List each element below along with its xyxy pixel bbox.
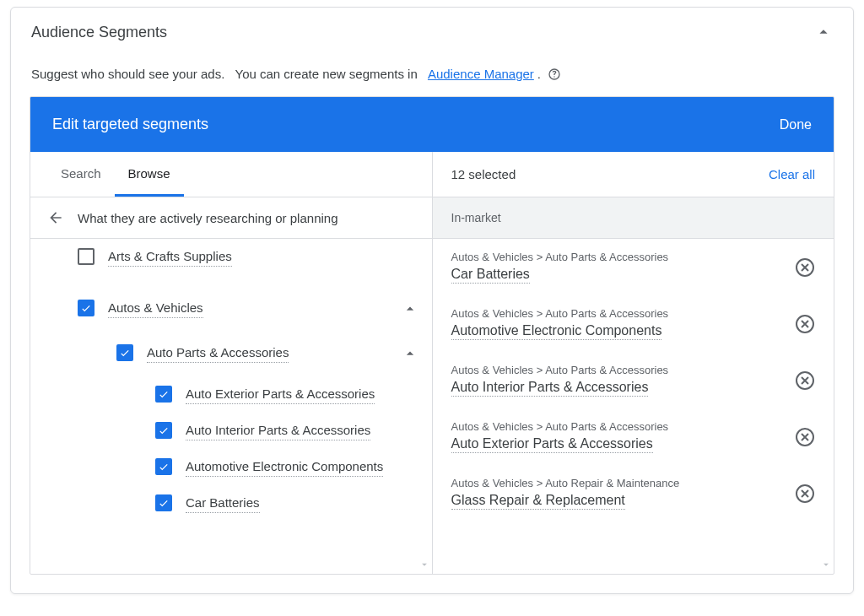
tree-scroll[interactable]: Arts & Crafts Supplies Autos & Vehicles … — [30, 239, 432, 574]
checkbox-auto-parts[interactable] — [116, 344, 133, 361]
help-icon[interactable] — [548, 68, 561, 81]
tab-search[interactable]: Search — [47, 153, 115, 197]
selected-count: 12 selected — [451, 167, 516, 181]
tree-item-auto-parts[interactable]: Auto Parts & Accessories — [30, 335, 432, 371]
selected-path: Autos & Vehicles > Auto Parts & Accessor… — [451, 251, 786, 263]
selected-name[interactable]: Auto Exterior Parts & Accessories — [451, 436, 653, 453]
clear-all-link[interactable]: Clear all — [769, 167, 815, 181]
selected-path: Autos & Vehicles > Auto Parts & Accessor… — [451, 420, 786, 433]
back-arrow-icon[interactable] — [47, 209, 64, 226]
remove-icon[interactable] — [795, 257, 815, 278]
checkbox-auto-exterior[interactable] — [155, 386, 172, 403]
tree-item-auto-interior[interactable]: Auto Interior Parts & Accessories — [30, 413, 432, 449]
tree-item-arts-crafts[interactable]: Arts & Crafts Supplies — [30, 239, 432, 275]
tree-label[interactable]: Arts & Crafts Supplies — [108, 247, 232, 267]
selected-item: Autos & Vehicles > Auto Parts & Accessor… — [433, 352, 834, 408]
chevron-up-icon[interactable] — [402, 345, 418, 362]
tabs: Search Browse — [30, 152, 432, 197]
panel-row: Search Browse What they are actively res… — [30, 152, 834, 574]
selected-name[interactable]: Automotive Electronic Components — [451, 323, 662, 340]
tree-item-auto-electronic[interactable]: Automotive Electronic Components — [30, 449, 432, 485]
chevron-down-icon — [418, 559, 430, 570]
checkbox-auto-electronic[interactable] — [155, 458, 172, 475]
tree-item-auto-exterior[interactable]: Auto Exterior Parts & Accessories — [30, 376, 432, 413]
remove-icon[interactable] — [795, 427, 815, 447]
checkbox-arts-crafts[interactable] — [78, 248, 94, 265]
description-lead: Suggest who should see your ads. — [31, 67, 224, 81]
editor-header: Edit targeted segments Done — [30, 97, 834, 152]
tree-item-autos-vehicles[interactable]: Autos & Vehicles — [30, 290, 432, 327]
selected-name[interactable]: Auto Interior Parts & Accessories — [451, 380, 649, 397]
tree-item-car-batteries[interactable]: Car Batteries — [30, 485, 432, 521]
description: Suggest who should see your ads. You can… — [11, 57, 853, 96]
selected-item: Autos & Vehicles > Auto Parts & Accessor… — [433, 239, 834, 295]
tree-label[interactable]: Auto Interior Parts & Accessories — [186, 421, 370, 440]
right-panel: 12 selected Clear all In-market Autos & … — [433, 152, 834, 574]
selected-item: Autos & Vehicles > Auto Parts & Accessor… — [433, 295, 834, 352]
remove-icon[interactable] — [795, 314, 815, 334]
tree-label[interactable]: Auto Exterior Parts & Accessories — [186, 385, 375, 404]
tree-label[interactable]: Autos & Vehicles — [108, 299, 203, 318]
card-header[interactable]: Audience Segments — [11, 8, 853, 57]
card-title: Audience Segments — [31, 24, 167, 41]
selected-name[interactable]: Glass Repair & Replacement — [451, 493, 625, 510]
tab-browse[interactable]: Browse — [115, 153, 184, 197]
selected-path: Autos & Vehicles > Auto Parts & Accessor… — [451, 364, 786, 376]
tree-label[interactable]: Auto Parts & Accessories — [147, 343, 289, 363]
chevron-up-icon[interactable] — [402, 300, 418, 317]
left-panel: Search Browse What they are actively res… — [30, 152, 433, 574]
audience-segments-card: Audience Segments Suggest who should see… — [10, 7, 854, 594]
chevron-down-icon — [820, 559, 832, 570]
editor-title: Edit targeted segments — [52, 116, 208, 133]
description-tail: You can create new segments in — [235, 67, 418, 81]
checkbox-auto-interior[interactable] — [155, 422, 172, 439]
checkbox-car-batteries[interactable] — [155, 494, 172, 511]
remove-icon[interactable] — [795, 484, 815, 504]
selected-item: Autos & Vehicles > Auto Parts & Accessor… — [433, 408, 834, 465]
audience-manager-link[interactable]: Audience Manager — [428, 67, 534, 81]
segment-editor: Edit targeted segments Done Search Brows… — [30, 96, 834, 575]
remove-icon[interactable] — [795, 370, 815, 391]
selected-name[interactable]: Car Batteries — [451, 267, 530, 284]
tree-label[interactable]: Car Batteries — [186, 494, 260, 513]
selected-item: Autos & Vehicles > Auto Repair & Mainten… — [433, 465, 834, 521]
breadcrumb: What they are actively researching or pl… — [30, 197, 432, 239]
chevron-up-icon[interactable] — [814, 23, 833, 41]
section-label: In-market — [433, 197, 834, 239]
breadcrumb-label: What they are actively researching or pl… — [78, 211, 338, 225]
selected-path: Autos & Vehicles > Auto Parts & Accessor… — [451, 307, 786, 320]
selected-scroll[interactable]: Autos & Vehicles > Auto Parts & Accessor… — [433, 239, 834, 574]
selected-path: Autos & Vehicles > Auto Repair & Mainten… — [451, 477, 786, 489]
right-header: 12 selected Clear all — [433, 152, 834, 197]
description-period: . — [537, 67, 541, 81]
checkbox-autos-vehicles[interactable] — [78, 300, 94, 316]
done-button[interactable]: Done — [780, 117, 812, 132]
tree-label[interactable]: Automotive Electronic Components — [186, 457, 383, 477]
